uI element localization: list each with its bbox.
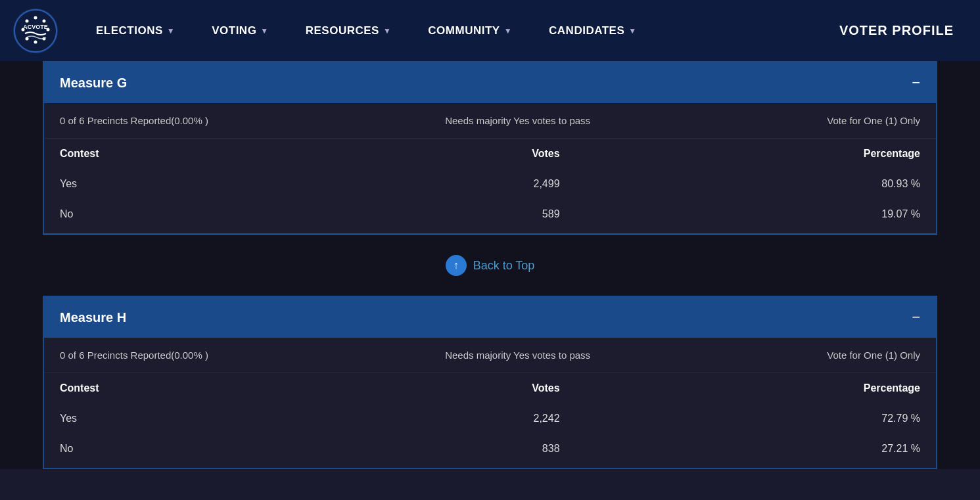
votes-cell: 2,242 (333, 403, 575, 434)
measure-g-table: Contest Votes Percentage Yes 2,499 80.93… (44, 139, 936, 233)
measure-h-section: Measure H − 0 of 6 Precincts Reported(0.… (43, 296, 937, 469)
nav-voting-chevron: ▼ (260, 26, 268, 35)
table-row: Yes 2,499 80.93 % (44, 169, 936, 199)
nav-community[interactable]: COMMUNITY ▼ (409, 0, 530, 61)
svg-point-6 (34, 40, 37, 43)
measure-g-majority: Needs majority Yes votes to pass (445, 115, 590, 126)
back-to-top-arrow: ↑ (454, 260, 459, 271)
nav-elections-label: ELECTIONS (96, 24, 163, 37)
measure-h-table-header: Contest Votes Percentage (44, 373, 936, 403)
measure-g-col-contest: Contest (44, 139, 333, 169)
measure-h-body: 0 of 6 Precincts Reported(0.00% ) Needs … (44, 338, 936, 468)
svg-text:ACVOTE: ACVOTE (23, 24, 48, 30)
nav-items: ELECTIONS ▼ VOTING ▼ RESOURCES ▼ COMMUNI… (78, 0, 839, 61)
nav-voting-label: VOTING (212, 24, 256, 37)
svg-point-9 (26, 19, 29, 22)
svg-point-2 (34, 16, 37, 19)
nav-community-label: COMMUNITY (428, 24, 500, 37)
table-row: No 589 19.07 % (44, 199, 936, 233)
measure-g-collapse-button[interactable]: − (912, 74, 920, 91)
measure-h-table: Contest Votes Percentage Yes 2,242 72.79… (44, 373, 936, 468)
contest-cell: No (44, 434, 333, 468)
voter-profile-button[interactable]: VOTER PROFILE (839, 23, 967, 38)
contest-cell: Yes (44, 403, 333, 434)
measure-h-table-body: Yes 2,242 72.79 % No 838 27.21 % (44, 403, 936, 468)
nav-community-chevron: ▼ (504, 26, 512, 35)
table-row: No 838 27.21 % (44, 434, 936, 468)
svg-point-3 (43, 19, 46, 22)
nav-candidates[interactable]: CANDIDATES ▼ (530, 0, 655, 61)
measure-h-col-votes: Votes (333, 373, 575, 403)
percentage-cell: 27.21 % (576, 434, 936, 468)
measure-h-col-contest: Contest (44, 373, 333, 403)
measure-g-meta: 0 of 6 Precincts Reported(0.00% ) Needs … (44, 103, 936, 139)
measure-g-vote-for: Vote for One (1) Only (827, 115, 920, 126)
measure-g-col-percentage: Percentage (576, 139, 936, 169)
contest-cell: Yes (44, 169, 333, 199)
percentage-cell: 72.79 % (576, 403, 936, 434)
measure-g-table-header: Contest Votes Percentage (44, 139, 936, 169)
measure-h-col-percentage: Percentage (576, 373, 936, 403)
percentage-cell: 80.93 % (576, 169, 936, 199)
measure-h-vote-for: Vote for One (1) Only (827, 350, 920, 361)
nav-resources-label: RESOURCES (306, 24, 379, 37)
measure-h-collapse-button[interactable]: − (912, 309, 920, 326)
measure-g-precincts: 0 of 6 Precincts Reported(0.00% ) (60, 115, 208, 126)
measure-g-body: 0 of 6 Precincts Reported(0.00% ) Needs … (44, 103, 936, 233)
nav-candidates-label: CANDIDATES (549, 24, 624, 37)
percentage-cell: 19.07 % (576, 199, 936, 233)
measure-g-header[interactable]: Measure G − (44, 62, 936, 103)
measure-g-col-votes: Votes (333, 139, 575, 169)
main-content: Measure G − 0 of 6 Precincts Reported(0.… (0, 61, 980, 469)
nav-resources[interactable]: RESOURCES ▼ (287, 0, 410, 61)
votes-cell: 589 (333, 199, 575, 233)
nav-elections[interactable]: ELECTIONS ▼ (78, 0, 193, 61)
measure-g-title: Measure G (60, 76, 127, 91)
nav-elections-chevron: ▼ (167, 26, 175, 35)
votes-cell: 2,499 (333, 169, 575, 199)
measure-g-table-body: Yes 2,499 80.93 % No 589 19.07 % (44, 169, 936, 233)
logo[interactable]: ACVOTE (13, 9, 58, 53)
nav-voting[interactable]: VOTING ▼ (193, 0, 287, 61)
back-to-top-label: Back to Top (473, 259, 535, 273)
votes-cell: 838 (333, 434, 575, 468)
navbar: ACVOTE ELECTIONS ▼ VOTING ▼ RESOURCES ▼ … (0, 0, 980, 61)
measure-h-precincts: 0 of 6 Precincts Reported(0.00% ) (60, 350, 208, 361)
nav-resources-chevron: ▼ (383, 26, 391, 35)
nav-candidates-chevron: ▼ (628, 26, 636, 35)
voter-profile-label: VOTER PROFILE (839, 23, 954, 37)
measure-h-header[interactable]: Measure H − (44, 297, 936, 338)
measure-h-title: Measure H (60, 310, 126, 325)
table-row: Yes 2,242 72.79 % (44, 403, 936, 434)
measure-h-meta: 0 of 6 Precincts Reported(0.00% ) Needs … (44, 338, 936, 373)
measure-h-majority: Needs majority Yes votes to pass (445, 350, 590, 361)
back-to-top-icon: ↑ (446, 255, 467, 276)
measure-g-section: Measure G − 0 of 6 Precincts Reported(0.… (43, 61, 937, 235)
contest-cell: No (44, 199, 333, 233)
back-to-top-container[interactable]: ↑ Back to Top (0, 235, 980, 296)
